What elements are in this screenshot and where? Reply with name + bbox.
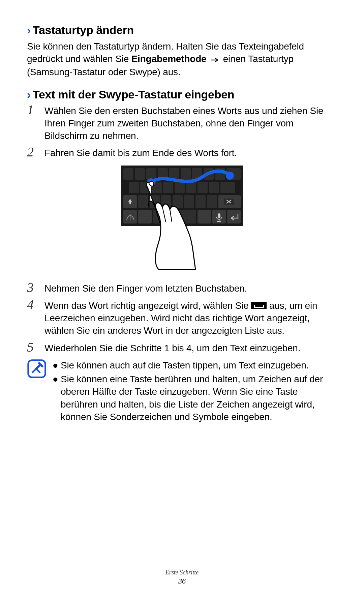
svg-rect-15	[163, 182, 173, 193]
step-text: Wiederholen Sie die Schritte 1 bis 4, um…	[44, 342, 337, 354]
svg-rect-2	[123, 168, 133, 180]
svg-rect-20	[220, 182, 235, 193]
step-number: 1	[27, 103, 38, 142]
svg-rect-12	[129, 182, 139, 193]
svg-rect-34	[138, 210, 152, 223]
step-number: 3	[27, 281, 38, 295]
arrow-right-icon	[210, 53, 219, 66]
note-list: ● Sie können auch auf die Tasten tippen,…	[53, 359, 337, 424]
svg-rect-16	[175, 182, 185, 193]
section-swype-input: ›Text mit der Swype-Tastatur eingeben 1 …	[27, 88, 337, 424]
svg-rect-26	[184, 195, 194, 208]
section-heading: ›Text mit der Swype-Tastatur eingeben	[27, 88, 337, 101]
note-text: Sie können eine Taste berühren und halte…	[61, 373, 337, 423]
section-title: Text mit der Swype-Tastatur eingeben	[33, 88, 234, 101]
svg-rect-18	[198, 182, 208, 193]
steps-list: 1 Wählen Sie den ersten Buchstaben eines…	[27, 105, 337, 159]
step-item: 4 Wenn das Wort richtig angezeigt wird, …	[27, 299, 337, 337]
step-text: Fahren Sie damit bis zum Ende des Worts …	[44, 147, 337, 159]
svg-rect-4	[146, 168, 156, 180]
bullet-icon: ●	[53, 373, 57, 423]
svg-rect-27	[195, 195, 206, 208]
swype-illustration	[27, 166, 337, 273]
chevron-icon: ›	[27, 24, 31, 36]
section-title: Tastaturtyp ändern	[33, 24, 134, 36]
page-footer: Erste Schritte 36	[0, 569, 364, 586]
steps-list-continued: 3 Nehmen Sie den Finger vom letzten Buch…	[27, 282, 337, 354]
section-change-keyboard-type: ›Tastaturtyp ändern Sie können den Tasta…	[27, 24, 337, 79]
footer-page-number: 36	[0, 577, 364, 586]
step-number: 2	[27, 145, 38, 159]
note-icon-container	[27, 359, 47, 424]
spacebar-icon	[251, 302, 267, 309]
note-block: ● Sie können auch auf die Tasten tippen,…	[27, 359, 337, 424]
svg-rect-17	[186, 182, 196, 193]
svg-rect-19	[209, 182, 219, 193]
step-item: 1 Wählen Sie den ersten Buchstaben eines…	[27, 105, 337, 142]
step-text: Wenn das Wort richtig angezeigt wird, wä…	[44, 299, 337, 337]
svg-rect-22	[138, 195, 148, 208]
chevron-icon: ›	[27, 88, 31, 101]
keyboard-icon	[121, 166, 243, 273]
section-heading: ›Tastaturtyp ändern	[27, 24, 337, 37]
svg-rect-38	[227, 210, 241, 223]
step-text: Wählen Sie den ersten Buchstaben eines W…	[44, 105, 337, 142]
step-item: 3 Nehmen Sie den Finger vom letzten Buch…	[27, 282, 337, 295]
bullet-icon: ●	[53, 359, 57, 371]
svg-rect-39	[218, 213, 220, 218]
step-item: 5 Wiederholen Sie die Schritte 1 bis 4, …	[27, 342, 337, 354]
note-item: ● Sie können auch auf die Tasten tippen,…	[53, 359, 337, 371]
svg-rect-28	[207, 195, 217, 208]
section-paragraph: Sie können den Tastaturtyp ändern. Halte…	[27, 40, 337, 79]
step-text: Nehmen Sie den Finger vom letzten Buchst…	[44, 282, 337, 295]
svg-rect-36	[198, 210, 211, 223]
bold-term: Eingabemethode	[131, 54, 207, 64]
note-item: ● Sie können eine Taste berühren und hal…	[53, 373, 337, 423]
step-number: 4	[27, 298, 38, 337]
svg-rect-3	[135, 168, 145, 180]
step-number: 5	[27, 340, 38, 354]
note-icon	[27, 359, 47, 379]
svg-rect-7	[181, 168, 191, 180]
manual-page: ›Tastaturtyp ändern Sie können den Tasta…	[0, 0, 364, 597]
step-item: 2 Fahren Sie damit bis zum Ende des Wort…	[27, 147, 337, 159]
footer-section-name: Erste Schritte	[0, 569, 364, 576]
note-text: Sie können auch auf die Tasten tippen, u…	[61, 359, 309, 371]
svg-point-41	[226, 172, 234, 180]
